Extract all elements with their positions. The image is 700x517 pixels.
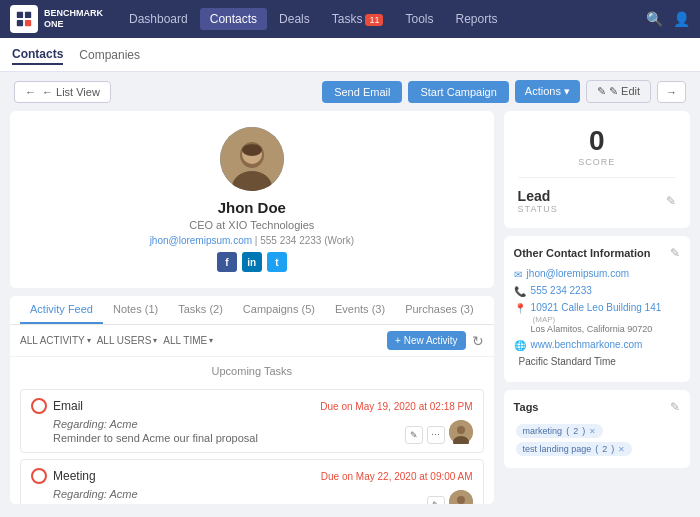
contact-timezone-row: Pacific Standard Time: [514, 356, 680, 367]
tasks-badge: 11: [365, 14, 383, 26]
nav-contacts[interactable]: Contacts: [200, 8, 267, 30]
subnav-contacts[interactable]: Contacts: [12, 45, 63, 65]
tags-card: Tags ✎ marketing (2) ✕ test landing page…: [504, 390, 690, 468]
tag-remove-button[interactable]: ✕: [589, 427, 596, 436]
info-card-title: Other Contact Information: [514, 247, 651, 259]
map-link[interactable]: (MAP): [533, 315, 556, 324]
location-icon: 📍: [514, 303, 526, 314]
activity-panel: Activity Feed Notes (1) Tasks (2) Campai…: [10, 296, 494, 504]
contact-email[interactable]: jhon@loremipsum.com: [527, 268, 629, 279]
contact-phone[interactable]: 555 234 2233: [531, 285, 592, 296]
tags-title: Tags: [514, 401, 539, 413]
other-contact-card: Other Contact Information ✎ ✉ jhon@lorem…: [504, 236, 690, 382]
score-label: SCORE: [518, 157, 676, 167]
contact-timezone: Pacific Standard Time: [519, 356, 616, 367]
toolbar-right: Send Email Start Campaign Actions ▾ ✎ ✎ …: [322, 80, 686, 103]
list-view-button[interactable]: ← ← List View: [14, 81, 111, 103]
contact-website[interactable]: www.benchmarkone.com: [531, 339, 643, 350]
new-activity-button[interactable]: + New Activity: [387, 331, 466, 350]
status-edit-icon[interactable]: ✎: [666, 194, 676, 208]
task-more-button[interactable]: ⋯: [427, 426, 445, 444]
status-section: Lead STATUS ✎: [518, 177, 676, 214]
chevron-down-icon: ▾: [87, 336, 91, 345]
filter-all-time[interactable]: ALL TIME ▾: [163, 335, 213, 346]
search-icon[interactable]: 🔍: [646, 11, 663, 27]
contact-address-row: 📍 10921 Calle Leo Building 141 (MAP) Los…: [514, 302, 680, 334]
svg-point-8: [242, 144, 262, 156]
task-body: Regarding: Acme 9:00 am coffee consultat…: [31, 488, 473, 504]
task-avatar: [449, 420, 473, 444]
nav-right: 🔍 👤: [646, 11, 690, 27]
social-icons: f in t: [26, 252, 478, 272]
start-campaign-button[interactable]: Start Campaign: [408, 81, 508, 103]
task-edit-button[interactable]: ✎: [405, 426, 423, 444]
linkedin-icon[interactable]: in: [242, 252, 262, 272]
toolbar: ← ← List View Send Email Start Campaign …: [0, 72, 700, 111]
task-regarding: Regarding: Acme: [53, 488, 473, 500]
tab-purchases[interactable]: Purchases (3): [395, 296, 483, 324]
status-info: Lead STATUS: [518, 188, 558, 214]
filter-group: ALL ACTIVITY ▾ ALL USERS ▾ ALL TIME ▾: [20, 335, 213, 346]
contact-info-line: jhon@loremipsum.com | 555 234 2233 (Work…: [26, 235, 478, 246]
status-label: STATUS: [518, 204, 558, 214]
svg-rect-2: [17, 20, 23, 26]
svg-rect-3: [25, 20, 31, 26]
tab-activity-feed[interactable]: Activity Feed: [20, 296, 103, 324]
chevron-down-icon: ▾: [153, 336, 157, 345]
tab-notes[interactable]: Notes (1): [103, 296, 168, 324]
activity-area: ALL ACTIVITY ▾ ALL USERS ▾ ALL TIME ▾: [10, 325, 494, 504]
contact-info-edit-icon[interactable]: ✎: [670, 246, 680, 260]
top-nav: BENCHMARK ONE Dashboard Contacts Deals T…: [0, 0, 700, 38]
facebook-icon[interactable]: f: [217, 252, 237, 272]
info-card-header: Other Contact Information ✎: [514, 246, 680, 260]
edit-button[interactable]: ✎ ✎ Edit: [586, 80, 651, 103]
activity-filters: ALL ACTIVITY ▾ ALL USERS ▾ ALL TIME ▾: [10, 325, 494, 357]
email-icon: ✉: [514, 269, 522, 280]
logo: BENCHMARK ONE: [10, 5, 103, 33]
tabs-bar: Activity Feed Notes (1) Tasks (2) Campai…: [10, 296, 494, 325]
chevron-down-icon: ▾: [209, 336, 213, 345]
tab-tasks[interactable]: Tasks (2): [168, 296, 233, 324]
tab-events[interactable]: Events (3): [325, 296, 395, 324]
next-button[interactable]: →: [657, 81, 686, 103]
tags-edit-icon[interactable]: ✎: [670, 400, 680, 414]
left-panel: Jhon Doe CEO at XIO Technologies jhon@lo…: [10, 111, 494, 504]
send-email-button[interactable]: Send Email: [322, 81, 402, 103]
actions-button[interactable]: Actions ▾: [515, 80, 580, 103]
logo-text: BENCHMARK ONE: [44, 8, 103, 30]
nav-dashboard[interactable]: Dashboard: [119, 8, 198, 30]
task-circle: [31, 468, 47, 484]
task-type: Email: [31, 398, 83, 414]
nav-tools[interactable]: Tools: [395, 8, 443, 30]
contact-email-link[interactable]: jhon@loremipsum.com: [150, 235, 252, 246]
tag-remove-button[interactable]: ✕: [618, 445, 625, 454]
arrow-left-icon: ←: [25, 86, 36, 98]
nav-items: Dashboard Contacts Deals Tasks11 Tools R…: [119, 8, 646, 30]
nav-tasks[interactable]: Tasks11: [322, 8, 394, 30]
task-header: Meeting Due on May 22, 2020 at 09:00 AM: [31, 468, 473, 484]
score-number: 0: [518, 125, 676, 157]
subnav-companies[interactable]: Companies: [79, 46, 140, 64]
phone-icon: 📞: [514, 286, 526, 297]
contact-address: 10921 Calle Leo Building 141 (MAP) Los A…: [531, 302, 680, 334]
filter-all-users[interactable]: ALL USERS ▾: [97, 335, 158, 346]
task-edit-button[interactable]: ✎: [427, 496, 445, 504]
task-due: Due on May 22, 2020 at 09:00 AM: [321, 471, 473, 482]
nav-reports[interactable]: Reports: [445, 8, 507, 30]
user-icon[interactable]: 👤: [673, 11, 690, 27]
task-avatar: [449, 490, 473, 504]
tags-list: marketing (2) ✕ test landing page (2) ✕: [514, 422, 680, 458]
twitter-icon[interactable]: t: [267, 252, 287, 272]
tab-campaigns[interactable]: Campaigns (5): [233, 296, 325, 324]
refresh-button[interactable]: ↻: [472, 333, 484, 349]
contact-phone-row: 📞 555 234 2233: [514, 285, 680, 297]
tag-pill: test landing page (2) ✕: [516, 442, 633, 456]
filter-all-activity[interactable]: ALL ACTIVITY ▾: [20, 335, 91, 346]
edit-icon: ✎: [597, 85, 606, 98]
task-description: 9:00 am coffee consultation with the Par…: [53, 502, 473, 504]
contact-website-row: 🌐 www.benchmarkone.com: [514, 339, 680, 351]
nav-deals[interactable]: Deals: [269, 8, 320, 30]
status-value: Lead: [518, 188, 558, 204]
task-due: Due on May 19, 2020 at 02:18 PM: [320, 401, 472, 412]
contact-title: CEO at XIO Technologies: [26, 219, 478, 231]
